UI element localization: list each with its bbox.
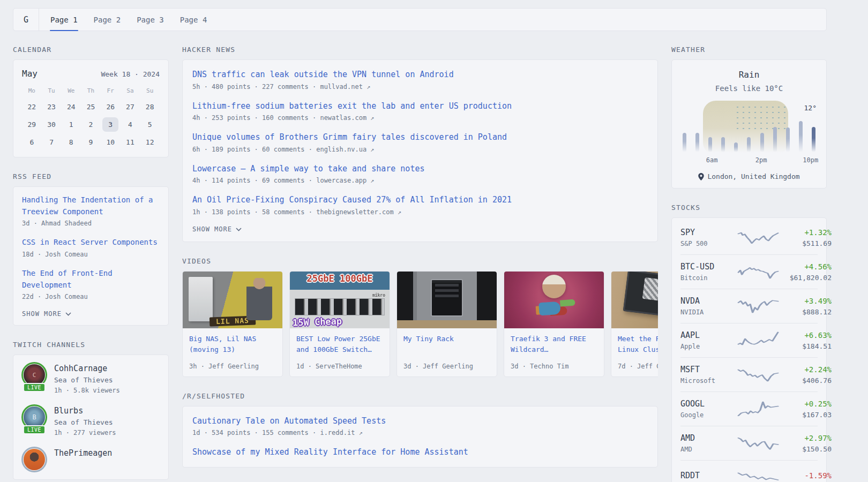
stock-sparkline (738, 332, 778, 350)
twitch-channel-name: ThePrimeagen (54, 448, 112, 458)
stock-row[interactable]: BTC-USD Bitcoin +4.56% $61,820.02 (680, 254, 818, 289)
news-item-title[interactable]: An Oil Price-Fixing Conspiracy Caused 27… (192, 194, 648, 206)
news-item-title[interactable]: Lowercase – A simple way to take and sha… (192, 163, 648, 175)
video-author: 1d · ServeTheHome (296, 363, 383, 370)
reddit-item-title[interactable]: Showcase of my Mixed Reality Interface f… (192, 446, 648, 458)
calendar-day: 8 (63, 135, 79, 149)
weekday-label: We (61, 87, 81, 94)
video-title[interactable]: Meet the FASTEST Linux Cluster… (618, 334, 658, 355)
thumbnail-text: mikro (372, 293, 385, 298)
video-author: 3d · Jeff Geerling (403, 363, 490, 370)
hacker-news-header: HACKER NEWS (182, 46, 658, 54)
nav-tab[interactable]: Page 1 (42, 9, 86, 31)
calendar-header: CALENDAR (13, 46, 169, 54)
stock-id: RDDT (680, 471, 738, 482)
hn-show-more-button[interactable]: SHOW MORE (192, 225, 648, 233)
stock-sparkline (738, 297, 778, 315)
stock-change: +3.49% (778, 297, 832, 305)
video-card[interactable]: FAS Meet the FASTEST Linux Cluster… 7d ·… (611, 271, 658, 377)
twitch-avatar-wrap: C LIVE (22, 363, 47, 387)
stock-change: +0.25% (778, 400, 832, 408)
nav-tab[interactable]: Page 4 (172, 9, 215, 31)
left-column: CALENDAR May Week 18 · 2024 MoTuWeThFrSa… (13, 46, 169, 482)
stock-symbol: SPY (680, 228, 738, 237)
calendar-day: 3 (102, 117, 118, 132)
top-nav: G Page 1 Page 2 Page 3 Page 4 (13, 8, 827, 31)
twitch-channel-row[interactable]: ThePrimeagen (22, 447, 160, 472)
dashboard-columns: CALENDAR May Week 18 · 2024 MoTuWeThFrSa… (13, 46, 827, 482)
news-item: An Oil Price-Fixing Conspiracy Caused 27… (192, 194, 648, 216)
weather-location: London, United Kingdom (680, 172, 818, 180)
news-item-title[interactable]: Unique volumes of Brothers Grimm fairy t… (192, 131, 648, 144)
weather-time-label: 10pm (803, 156, 818, 164)
twitch-channel-info: CohhCarnage Sea of Thieves 1h · 5.8k vie… (54, 363, 120, 394)
stock-price: $406.76 (778, 376, 832, 385)
video-title[interactable]: BEST Low Power 25GbE and 100GbE Switch… (296, 334, 383, 355)
weekday-label: Th (81, 87, 101, 94)
rss-item-title[interactable]: The End of Front-End Development (22, 268, 160, 291)
calendar-weekday-row: MoTuWeThFrSaSu (22, 87, 160, 94)
calendar-day: 5 (142, 117, 158, 132)
stock-row[interactable]: AMD AMD +2.97% $150.50 (680, 426, 818, 460)
rss-item-title[interactable]: CSS in React Server Components (22, 237, 160, 248)
video-card[interactable]: LIL NAS Big NAS, Lil NAS (moving 13) 3h … (182, 271, 283, 377)
calendar-day-grid: 222324252627282930123456789101112 (22, 100, 160, 149)
stock-row[interactable]: GOOGL Google +0.25% $167.03 (680, 391, 818, 426)
stock-id: MSFT Microsoft (680, 365, 738, 385)
video-title[interactable]: Traefik 3 and FREE Wildcard… (511, 334, 597, 355)
video-title[interactable]: My Tiny Rack (403, 334, 490, 344)
calendar-day: 10 (102, 135, 118, 149)
video-thumbnail (504, 272, 604, 328)
news-item-title[interactable]: Lithium-free sodium batteries exit the l… (192, 100, 648, 112)
external-link-icon[interactable]: ↗ (398, 208, 401, 216)
video-title[interactable]: Big NAS, Lil NAS (moving 13) (189, 334, 276, 355)
reddit-card: Cautionary Tale on Automated Speed Tests… (182, 406, 658, 468)
stock-row[interactable]: MSFT Microsoft +2.24% $406.76 (680, 357, 818, 391)
external-link-icon[interactable]: ↗ (370, 114, 374, 122)
weather-hour-bar (708, 137, 712, 152)
stock-id: AAPL Apple (680, 330, 738, 350)
twitch-channel-row[interactable]: B LIVE Blurbs Sea of Thieves 1h · 277 vi… (22, 405, 160, 436)
glance-dashboard: G Page 1 Page 2 Page 3 Page 4 CALENDAR (0, 0, 868, 482)
external-link-icon[interactable]: ↗ (359, 429, 363, 436)
calendar-day: 12 (142, 135, 158, 149)
stock-values: +0.25% $167.03 (778, 400, 832, 419)
external-link-icon[interactable]: ↗ (366, 83, 370, 91)
news-item-title[interactable]: DNS traffic can leak outside the VPN tun… (192, 69, 648, 81)
external-link-icon[interactable]: ↗ (370, 177, 374, 184)
rss-item: Handling The Indentation of a Treeview C… (22, 194, 160, 227)
stock-name: NVIDIA (680, 308, 738, 316)
weekday-label: Sa (121, 87, 140, 94)
nav-tab-label: Page 4 (180, 16, 207, 24)
nav-tab[interactable]: Page 2 (86, 9, 129, 31)
twitch-channel-row[interactable]: C LIVE CohhCarnage Sea of Thieves 1h · 5… (22, 363, 160, 394)
rss-show-more-button[interactable]: SHOW MORE (22, 310, 160, 318)
twitch-viewers: 1h · 277 viewers (54, 429, 116, 436)
stock-sparkline (738, 400, 778, 418)
weather-condition: Rain (680, 70, 818, 80)
stock-row[interactable]: SPY S&P 500 +1.32% $511.69 (680, 221, 818, 254)
weather-time-label: 2pm (755, 156, 767, 164)
news-item-meta-text: 5h · 480 points · 227 comments · mullvad… (192, 83, 363, 91)
twitch-avatar-wrap: B LIVE (22, 405, 47, 430)
video-card[interactable]: Traefik 3 and FREE Wildcard… 3d · Techno… (504, 271, 604, 377)
external-link-icon[interactable]: ↗ (370, 146, 374, 153)
weather-hour-bar (786, 127, 790, 152)
calendar-day: 25 (83, 100, 99, 114)
video-card[interactable]: My Tiny Rack 3d · Jeff Geerling (396, 271, 497, 377)
weather-hour-bar (695, 133, 699, 152)
stock-row[interactable]: AAPL Apple +6.63% $184.51 (680, 323, 818, 357)
app-logo[interactable]: G (13, 9, 39, 31)
stock-change: +2.24% (778, 365, 832, 374)
stock-row[interactable]: RDDT -1.59% (680, 460, 818, 482)
calendar-day: 27 (122, 100, 138, 114)
thumbnail-text: 15W Cheap (293, 315, 342, 328)
news-item-meta: 6h · 189 points · 60 comments · english.… (192, 146, 648, 153)
calendar-day: 2 (83, 117, 99, 132)
rss-item-title[interactable]: Handling The Indentation of a Treeview C… (22, 194, 160, 217)
nav-tab[interactable]: Page 3 (129, 9, 172, 31)
video-card[interactable]: 25GbE 100GbE15W Cheapmikro BEST Low Powe… (289, 271, 390, 377)
reddit-item-title[interactable]: Cautionary Tale on Automated Speed Tests (192, 415, 648, 427)
stock-row[interactable]: NVDA NVIDIA +3.49% $888.12 (680, 289, 818, 323)
news-item: Lowercase – A simple way to take and sha… (192, 163, 648, 185)
